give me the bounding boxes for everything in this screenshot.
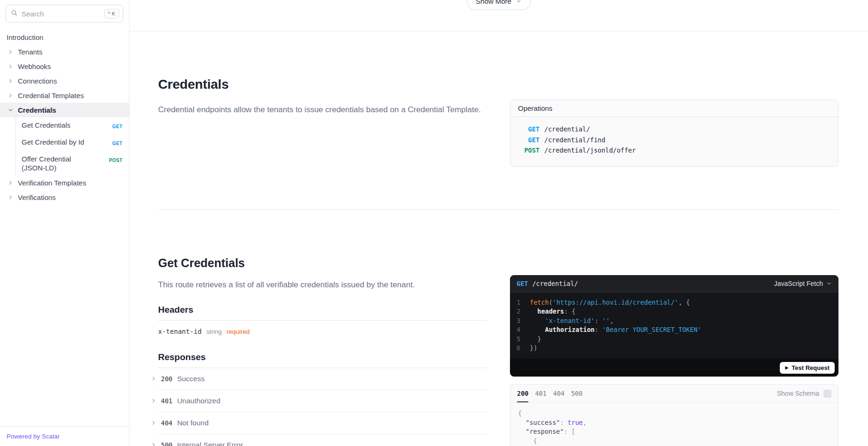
response-code: 401 bbox=[161, 397, 172, 405]
sidebar-item-credential-templates[interactable]: Credential Templates bbox=[0, 88, 129, 103]
language-selector[interactable]: JavaScript Fetch bbox=[774, 280, 832, 287]
tab-200[interactable]: 200 bbox=[517, 384, 528, 402]
sidebar-item-tenants[interactable]: Tenants bbox=[0, 45, 129, 59]
chevron-right-icon bbox=[151, 398, 157, 404]
operation-path: /credential/jsonld/offer bbox=[544, 145, 636, 156]
example-column: GET /credential/ JavaScript Fetch 1fetch… bbox=[510, 210, 838, 446]
credentials-section: Credentials Credential endpoints allow t… bbox=[158, 31, 487, 167]
operations-card: Operations GET /credential/ GET /credent… bbox=[510, 100, 838, 167]
operation-path: /credential/ bbox=[544, 124, 590, 135]
method-label-get: GET bbox=[518, 124, 540, 135]
section-description: Credential endpoints allow the tenants t… bbox=[158, 104, 487, 115]
response-row-500[interactable]: 500 Internal Server Error bbox=[158, 434, 487, 446]
sidebar-nav: Introduction Tenants Webhooks Connection… bbox=[0, 25, 129, 205]
method-label-post: POST bbox=[518, 145, 540, 156]
show-schema-checkbox[interactable] bbox=[823, 390, 831, 398]
sidebar-item-label: Credentials bbox=[18, 106, 56, 114]
response-row-200[interactable]: 200 Success bbox=[158, 368, 487, 390]
search-box[interactable]: ^ K bbox=[6, 5, 123, 23]
operation-link-get-credential[interactable]: GET /credential/ bbox=[518, 124, 830, 135]
chevron-right-icon bbox=[8, 78, 14, 85]
sidebar-item-label: Introduction bbox=[7, 33, 43, 41]
chevron-right-icon bbox=[8, 92, 14, 99]
response-row-404[interactable]: 404 Not found bbox=[158, 412, 487, 434]
responses-list: 200 Success 401 Unauthorized 404 Not fou… bbox=[158, 368, 487, 446]
tab-404[interactable]: 404 bbox=[553, 384, 564, 402]
responses-heading: Responses bbox=[158, 352, 487, 368]
sidebar-item-label: Get Credentials bbox=[22, 121, 70, 130]
headers-heading: Headers bbox=[158, 305, 487, 321]
method-badge-get: GET bbox=[112, 122, 122, 131]
tab-401[interactable]: 401 bbox=[535, 384, 546, 402]
sidebar-item-label: Verifications bbox=[18, 193, 56, 201]
get-credentials-section: Get Credentials This route retrieves a l… bbox=[158, 210, 487, 446]
method-label-get: GET bbox=[518, 135, 540, 146]
play-icon: ▶ bbox=[785, 365, 788, 370]
sidebar-item-get-credential-by-id[interactable]: Get Credential by Id GET bbox=[16, 134, 129, 151]
header-param-row: x-tenant-id string required bbox=[158, 321, 487, 335]
endpoint-title: Get Credentials bbox=[158, 256, 487, 270]
search-input[interactable] bbox=[22, 10, 100, 18]
sidebar-item-offer-credential-jsonld[interactable]: Offer Credential (JSON-LD) POST bbox=[16, 151, 129, 176]
chevron-right-icon bbox=[151, 442, 157, 446]
response-code: 500 bbox=[161, 441, 172, 446]
tab-500[interactable]: 500 bbox=[571, 384, 582, 402]
response-json-block: { "success": true, "response": [ { "cred… bbox=[510, 402, 838, 446]
method-badge-get: GET bbox=[112, 139, 122, 148]
show-schema-toggle[interactable]: Show Schema bbox=[777, 390, 831, 398]
param-type: string bbox=[206, 328, 222, 335]
param-required-flag: required bbox=[227, 328, 250, 335]
test-request-button[interactable]: ▶ Test Request bbox=[780, 362, 835, 374]
show-more-button[interactable]: Show More bbox=[467, 0, 531, 10]
response-tabs: 200 401 404 500 bbox=[517, 384, 583, 402]
chevron-right-icon bbox=[8, 63, 14, 70]
powered-by-scalar-link[interactable]: Powered by Scalar bbox=[7, 433, 60, 440]
test-request-label: Test Request bbox=[792, 364, 830, 371]
operation-link-get-credential-find[interactable]: GET /credential/find bbox=[518, 135, 830, 146]
chevron-right-icon bbox=[8, 49, 14, 55]
show-schema-label: Show Schema bbox=[777, 390, 819, 397]
response-row-401[interactable]: 401 Unauthorized bbox=[158, 390, 487, 412]
topbar: Show More bbox=[129, 0, 868, 31]
operations-card-title: Operations bbox=[510, 100, 838, 117]
response-code: 404 bbox=[161, 419, 172, 427]
sidebar-item-label: Offer Credential (JSON-LD) bbox=[22, 154, 96, 172]
sidebar-item-verifications[interactable]: Verifications bbox=[0, 190, 129, 205]
sidebar-item-label: Tenants bbox=[18, 48, 43, 56]
response-code: 200 bbox=[161, 375, 172, 383]
chevron-down-icon bbox=[516, 0, 522, 4]
method-label-get: GET bbox=[517, 280, 528, 287]
search-icon bbox=[11, 9, 18, 18]
sidebar: ^ K Introduction Tenants Webhooks Connec… bbox=[0, 0, 129, 446]
operation-link-post-credential-jsonld-offer[interactable]: POST /credential/jsonld/offer bbox=[518, 145, 830, 156]
sidebar-item-connections[interactable]: Connections bbox=[0, 74, 129, 88]
sidebar-item-introduction[interactable]: Introduction bbox=[0, 30, 129, 45]
sidebar-item-verification-templates[interactable]: Verification Templates bbox=[0, 176, 129, 190]
chevron-right-icon bbox=[151, 376, 157, 382]
search-shortcut-badge: ^ K bbox=[104, 9, 119, 18]
sidebar-item-label: Webhooks bbox=[18, 62, 51, 70]
request-example-card: GET /credential/ JavaScript Fetch 1fetch… bbox=[510, 275, 838, 377]
request-endpoint: GET /credential/ bbox=[517, 280, 578, 287]
show-more-label: Show More bbox=[476, 0, 511, 5]
sidebar-item-get-credentials[interactable]: Get Credentials GET bbox=[16, 117, 129, 134]
language-label: JavaScript Fetch bbox=[774, 280, 823, 287]
chevron-down-icon bbox=[8, 107, 14, 114]
response-label: Internal Server Error bbox=[177, 441, 243, 446]
param-name: x-tenant-id bbox=[158, 328, 202, 335]
response-example-card: 200 401 404 500 Show Schema { "success":… bbox=[510, 384, 838, 446]
request-path: /credential/ bbox=[532, 280, 578, 287]
sidebar-item-credentials[interactable]: Credentials bbox=[0, 103, 129, 117]
sidebar-item-webhooks[interactable]: Webhooks bbox=[0, 59, 129, 74]
endpoint-description: This route retrieves a list of all verif… bbox=[158, 279, 487, 291]
chevron-down-icon bbox=[826, 281, 832, 286]
response-label: Not found bbox=[177, 419, 208, 427]
sidebar-item-label: Connections bbox=[18, 77, 57, 85]
method-badge-post: POST bbox=[109, 156, 122, 165]
main-area: Show More Credentials Credential endpoin… bbox=[129, 0, 868, 446]
chevron-right-icon bbox=[151, 420, 157, 426]
page-title: Credentials bbox=[158, 77, 487, 92]
sidebar-item-label: Verification Templates bbox=[18, 179, 86, 187]
chevron-right-icon bbox=[8, 194, 14, 201]
response-label: Success bbox=[177, 375, 205, 383]
